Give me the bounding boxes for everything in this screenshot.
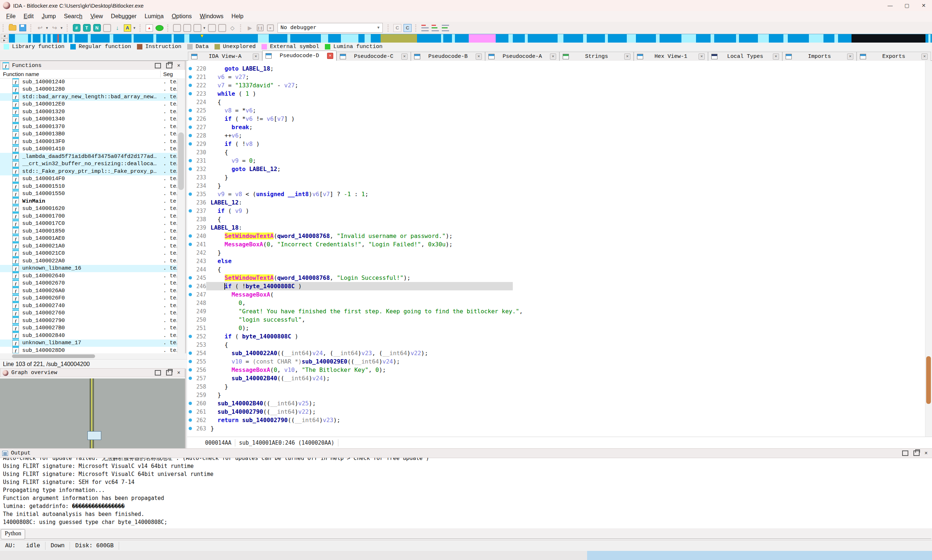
function-row[interactable]: fsub_1400013B0. te…	[0, 131, 179, 138]
code-line-228[interactable]: 228 ++v6;	[187, 131, 932, 140]
menu-search[interactable]: Search	[60, 12, 87, 20]
code-line-233[interactable]: 233 }	[187, 173, 932, 182]
navigate-forward-icon[interactable]: ↪	[51, 24, 59, 32]
tab-strings[interactable]: Strings✕	[559, 52, 634, 61]
tab-close-icon[interactable]: ✕	[921, 54, 927, 60]
menu-windows[interactable]: Windows	[196, 12, 228, 20]
function-row[interactable]: fsub_1400027B0. te…	[0, 325, 179, 332]
function-row[interactable]: funknown_libname_16. te…	[0, 265, 179, 272]
tab-close-icon[interactable]: ✕	[699, 54, 705, 60]
code-line-237[interactable]: 237 if ( v9 )	[187, 207, 932, 215]
tab-pseudocode-d[interactable]: Pseudocode-D✕	[262, 51, 336, 61]
function-row[interactable]: fsub_140002760. te…	[0, 310, 179, 317]
code-line-244[interactable]: 244 {	[187, 265, 932, 274]
close-button[interactable]: ✕	[915, 0, 932, 11]
function-row[interactable]: fsub_1400013F0. te…	[0, 138, 179, 146]
function-row[interactable]: f_lambda_daad5f71a1db84f3475a074fd2d177a…	[0, 153, 179, 160]
code-line-263[interactable]: 263}	[187, 424, 932, 433]
menu-lumina[interactable]: Lumina	[140, 12, 168, 20]
code-line-255[interactable]: 255 v10 = (const CHAR *)sub_1400029E0((_…	[187, 357, 932, 366]
function-row[interactable]: fsub_140002790. te…	[0, 317, 179, 325]
breakpoint-icon-1[interactable]	[173, 24, 181, 32]
function-row[interactable]: fsub_140001370. te…	[0, 123, 179, 131]
function-row[interactable]: fsub_140002840. te…	[0, 332, 179, 340]
code-line-245[interactable]: 245 SetWindowTextA(qword_140008768, "Log…	[187, 274, 932, 282]
jump-address-icon[interactable]: #	[73, 24, 80, 32]
menu-help[interactable]: Help	[227, 12, 247, 20]
tab-close-icon[interactable]: ✕	[550, 54, 556, 60]
panel-float-icon[interactable]	[913, 451, 920, 456]
jump-back-icon[interactable]	[103, 24, 111, 32]
tab-close-icon[interactable]: ✕	[253, 54, 259, 60]
function-row[interactable]: fsub_140001280. te…	[0, 86, 179, 94]
code-line-226[interactable]: 226 if ( *v6 != v6[v7] )	[187, 115, 932, 123]
menu-debugger[interactable]: Debugger	[107, 12, 140, 20]
watch-window-icon[interactable]	[208, 24, 216, 32]
code-line-227[interactable]: 227 break;	[187, 123, 932, 131]
trace-icon[interactable]	[218, 24, 226, 32]
menu-view[interactable]: View	[86, 12, 107, 20]
minimize-button[interactable]: —	[882, 0, 898, 11]
code-line-253[interactable]: 253 {	[187, 341, 932, 349]
function-row[interactable]: fsub_140001620. te…	[0, 205, 179, 213]
code-line-229[interactable]: 229 if ( !v8 )	[187, 140, 932, 148]
output-list-icon-3[interactable]	[441, 24, 449, 32]
function-row[interactable]: fsub_140001240. te…	[0, 78, 179, 86]
function-row[interactable]: fsub_140001700. te…	[0, 212, 179, 220]
tab-close-icon[interactable]: ✕	[624, 54, 630, 60]
function-row[interactable]: fstd::_Fake_proxy_ptr_impl::_Fake_proxy_…	[0, 168, 179, 175]
code-line-225[interactable]: 225 v8 = *v6;	[187, 106, 932, 115]
code-line-250[interactable]: 250 "login successful",	[187, 315, 932, 324]
band-right-arrow-icon[interactable]: ▶	[1, 38, 8, 43]
output-list-icon-1[interactable]	[421, 24, 429, 32]
breakpoint-dropdown-icon[interactable]: ▼	[202, 24, 206, 32]
code-line-247[interactable]: 247 MessageBoxA(	[187, 290, 932, 299]
panel-float-icon[interactable]	[166, 370, 172, 375]
function-row[interactable]: fsub_140001850. te…	[0, 228, 179, 235]
tab-local-types[interactable]: Local Types✕	[708, 52, 782, 61]
tab-imports[interactable]: Imports✕	[782, 52, 856, 61]
tab-close-icon[interactable]: ✕	[773, 54, 779, 60]
function-row[interactable]: fsub_140001550. te…	[0, 190, 179, 198]
code-line-243[interactable]: 243 else	[187, 257, 932, 265]
code-line-223[interactable]: 223 while ( 1 )	[187, 89, 932, 98]
tab-ida-view-a[interactable]: IDA View-A✕	[188, 52, 262, 61]
code-line-241[interactable]: 241 MessageBoxA(0, "Incorrect Credential…	[187, 240, 932, 249]
breakpoint-icon-3[interactable]	[193, 24, 201, 32]
tab-close-icon[interactable]: ✕	[401, 54, 407, 60]
code-line-251[interactable]: 251 0);	[187, 324, 932, 332]
function-row[interactable]: fsub_1400014F0. te…	[0, 175, 179, 183]
jump-down-icon[interactable]: ↓	[113, 24, 121, 32]
jump-name-icon[interactable]: T	[83, 24, 91, 32]
code-line-222[interactable]: 222 v7 = "1337david" - v27;	[187, 81, 932, 89]
compile-run-icon[interactable]: C	[404, 24, 412, 32]
code-line-234[interactable]: 234 }	[187, 182, 932, 190]
code-line-260[interactable]: 260 sub_140002B40((__int64)v25);	[187, 399, 932, 408]
graph-overview-canvas[interactable]	[0, 378, 185, 448]
panel-float-icon[interactable]	[166, 63, 172, 68]
code-line-235[interactable]: 235 v9 = v8 < (unsigned __int8)v6[v7] ? …	[187, 190, 932, 198]
function-row[interactable]: fsub_140002740. te…	[0, 302, 179, 310]
function-row[interactable]: fsub_140002640. te…	[0, 272, 179, 280]
menu-jump[interactable]: Jump	[37, 12, 60, 20]
column-function-name[interactable]: Function name	[3, 71, 39, 77]
code-line-249[interactable]: 249 "Great! You have finished the first …	[187, 307, 932, 315]
python-input[interactable]	[24, 538, 931, 539]
output-log[interactable]: Auto-check for update failed: 无法解析服务器的名称…	[0, 458, 932, 528]
jump-segment-icon[interactable]: N	[93, 24, 101, 32]
panel-maximize-icon[interactable]	[155, 63, 161, 68]
tab-exports[interactable]: Exports✕	[856, 52, 931, 61]
menu-edit[interactable]: Edit	[20, 12, 38, 20]
demangle-icon[interactable]: ▲	[145, 24, 153, 32]
code-line-221[interactable]: 221 v6 = v27;	[187, 73, 932, 81]
function-row[interactable]: fsub_1400021A0. te…	[0, 242, 179, 250]
function-row[interactable]: funknown_libname_17. te…	[0, 340, 179, 347]
colors-icon[interactable]	[156, 24, 164, 32]
code-line-256[interactable]: 256 MessageBoxA(0, v10, "The Bitlocker K…	[187, 366, 932, 374]
tab-pseudocode-c[interactable]: Pseudocode-C✕	[336, 52, 411, 61]
code-line-220[interactable]: 220 goto LABEL_18;	[187, 65, 932, 73]
forward-dropdown-icon[interactable]: ▼	[60, 24, 63, 32]
open-file-icon[interactable]	[8, 24, 16, 32]
panel-close-icon[interactable]: ✕	[925, 451, 927, 455]
code-line-224[interactable]: 224 {	[187, 98, 932, 106]
